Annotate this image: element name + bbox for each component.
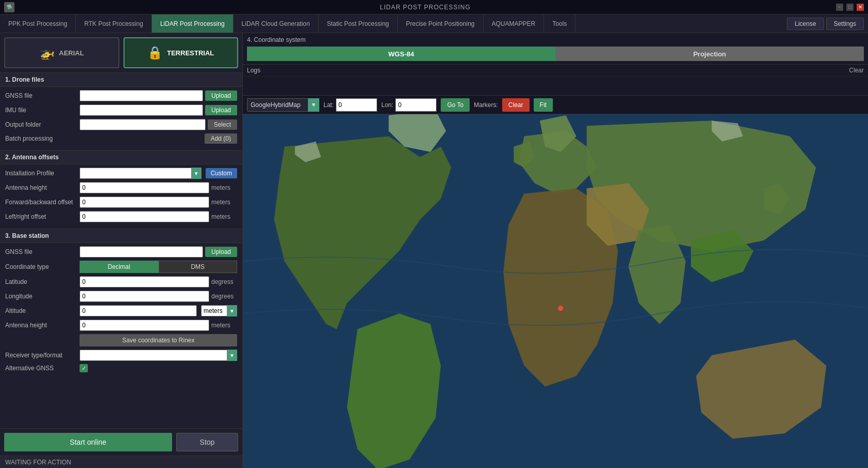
section1-header: 1. Drone files	[0, 72, 242, 87]
output-folder-input[interactable]	[80, 119, 206, 130]
tab-lidar[interactable]: LiDAR Post Processing	[152, 14, 234, 33]
close-button[interactable]: ✕	[857, 4, 864, 11]
minimize-button[interactable]: −	[836, 4, 843, 11]
receiver-type-select[interactable]	[80, 350, 237, 361]
logs-header: Logs Clear	[243, 65, 868, 77]
upload-gnss-button[interactable]: Upload	[205, 90, 237, 101]
left-inner: 🚁 AERIAL 🔒 TERRESTRIAL 1. Drone files GN…	[0, 33, 242, 428]
longitude-input[interactable]	[80, 291, 209, 302]
latitude-input[interactable]	[80, 276, 209, 288]
tab-ppp[interactable]: Precise Point Positioning	[398, 14, 484, 33]
imu-file-label: IMU file	[5, 107, 78, 114]
alt-gnss-row: Alternative GNSS	[5, 364, 237, 372]
custom-button[interactable]: Custom	[206, 168, 237, 178]
maximize-button[interactable]: □	[846, 4, 854, 11]
tab-rtk[interactable]: RTK Post Processing	[76, 14, 152, 33]
latitude-row: Latitude degress	[5, 276, 237, 288]
coord-type-label: Coordinate type	[5, 263, 78, 270]
alt-gnss-label: Alternative GNSS	[5, 365, 78, 372]
map-canvas[interactable]: Map data: Images ©2024 TerraMetrics	[243, 114, 868, 468]
title-bar: 🛸 LIDAR POST PROCESSING − □ ✕	[0, 0, 868, 14]
tab-aqua[interactable]: AQUAMAPPER	[484, 14, 545, 33]
longitude-row: Longitude degrees	[5, 291, 237, 302]
lon-input[interactable]	[395, 98, 437, 112]
map-controls: GoogleHybridMap GoogleSatellite OpenStre…	[243, 96, 868, 114]
clear-markers-button[interactable]: Clear	[502, 98, 530, 112]
projection-tab[interactable]: Projection	[555, 47, 864, 61]
left-bottom: Start online Stop WAITING FOR ACTION	[0, 428, 242, 468]
tab-ppk[interactable]: PPK Post Processing	[0, 14, 76, 33]
mode-aerial[interactable]: 🚁 AERIAL	[4, 37, 119, 68]
output-folder-row: Output folder Select	[5, 119, 237, 130]
save-coords-button[interactable]: Save coordinates to Rinex	[80, 334, 237, 346]
batch-processing-label: Batch processing	[5, 135, 78, 142]
install-profile-select-wrapper: ▼	[80, 168, 202, 179]
settings-button[interactable]: Settings	[826, 18, 864, 30]
tab-static[interactable]: Static Post Processing	[319, 14, 398, 33]
upload-base-gnss-button[interactable]: Upload	[205, 247, 237, 257]
lat-input-group: Lat:	[323, 98, 377, 112]
stop-button[interactable]: Stop	[176, 433, 238, 451]
latitude-unit: degress	[211, 278, 237, 285]
lr-offset-row: Left/right offset meters	[5, 211, 237, 222]
alt-gnss-checkbox[interactable]	[80, 364, 88, 372]
logs-area: Logs Clear	[243, 65, 868, 96]
lr-offset-input[interactable]	[80, 211, 209, 222]
receiver-type-row: Receiver type/format ▼	[5, 350, 237, 361]
map-type-select[interactable]: GoogleHybridMap GoogleSatellite OpenStre…	[247, 98, 319, 112]
install-profile-row: Installation Profile ▼ Custom	[5, 168, 237, 179]
receiver-type-label: Receiver type/format	[5, 352, 78, 359]
altitude-input[interactable]	[80, 305, 197, 316]
tab-actions: License Settings	[783, 14, 868, 33]
add-button[interactable]: Add (0)	[205, 133, 237, 144]
fwd-offset-unit: meters	[211, 199, 237, 206]
antenna-height-input[interactable]	[80, 182, 209, 193]
coord-system-header: 4. Coordinate system	[247, 36, 864, 43]
save-coords-row: Save coordinates to Rinex	[5, 334, 237, 346]
coord-system: 4. Coordinate system WGS-84 Projection	[243, 33, 868, 65]
dms-button[interactable]: DMS	[159, 261, 238, 273]
fwd-offset-input[interactable]	[80, 197, 209, 208]
altitude-unit-wrapper: meters feet ▼	[201, 305, 237, 316]
lr-offset-unit: meters	[211, 213, 237, 220]
fit-button[interactable]: Fit	[534, 98, 553, 112]
wgs84-tab[interactable]: WGS-84	[247, 47, 555, 61]
base-gnss-input[interactable]	[80, 246, 203, 258]
tab-lidar-cloud[interactable]: LiDAR Cloud Generation	[234, 14, 319, 33]
antenna-height-row: Antenna height meters	[5, 182, 237, 193]
base-antenna-height-input[interactable]	[80, 320, 209, 331]
lat-label: Lat:	[323, 101, 334, 109]
longitude-label: Longitude	[5, 293, 78, 300]
right-panel: 4. Coordinate system WGS-84 Projection L…	[243, 33, 868, 468]
longitude-unit: degrees	[211, 293, 237, 300]
antenna-height-label: Antenna height	[5, 184, 78, 191]
select-button[interactable]: Select	[208, 119, 237, 130]
altitude-label: Altitude	[5, 307, 78, 314]
lat-input[interactable]	[336, 98, 377, 112]
decimal-button[interactable]: Decimal	[80, 261, 159, 273]
logs-content: Logs Clear	[243, 65, 868, 95]
tab-tools[interactable]: Tools	[544, 14, 576, 33]
receiver-type-wrapper: ▼	[80, 350, 237, 361]
output-folder-label: Output folder	[5, 121, 78, 128]
map-area: GoogleHybridMap GoogleSatellite OpenStre…	[243, 96, 868, 468]
altitude-unit-select[interactable]: meters feet	[201, 305, 237, 316]
upload-imu-button[interactable]: Upload	[205, 105, 237, 115]
start-button[interactable]: Start online	[4, 433, 172, 451]
base-antenna-height-label: Antenna height	[5, 322, 78, 329]
install-profile-select[interactable]	[80, 168, 202, 179]
gnss-file-input[interactable]	[80, 90, 203, 101]
coord-tabs: WGS-84 Projection	[247, 47, 864, 61]
left-panel: 🚁 AERIAL 🔒 TERRESTRIAL 1. Drone files GN…	[0, 33, 243, 468]
section2-form: Installation Profile ▼ Custom Antenna he…	[0, 164, 242, 229]
license-button[interactable]: License	[787, 18, 824, 30]
base-gnss-row: GNSS file Upload	[5, 246, 237, 258]
clear-logs-button[interactable]: Clear	[849, 67, 864, 74]
goto-button[interactable]: Go To	[441, 98, 470, 112]
mode-terrestrial[interactable]: 🔒 TERRESTRIAL	[123, 37, 239, 68]
section3-form: GNSS file Upload Coordinate type Decimal…	[0, 243, 242, 379]
terrestrial-label: TERRESTRIAL	[167, 49, 214, 57]
bottom-bar: Start online Stop	[0, 428, 242, 456]
imu-file-input[interactable]	[80, 104, 203, 116]
window-controls: − □ ✕	[836, 4, 864, 11]
